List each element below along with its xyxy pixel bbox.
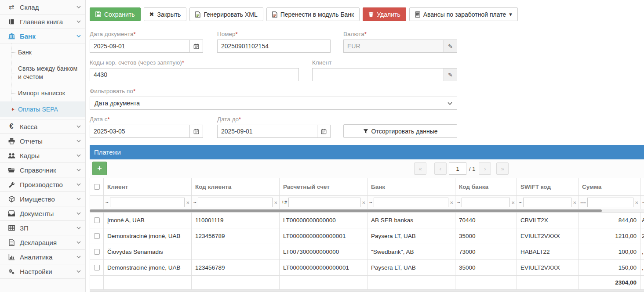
clear-filter-icon[interactable]: × [186, 199, 190, 206]
sidebar-item-glavnaya-kniga[interactable]: Главная книга [0, 14, 85, 29]
filter-operator[interactable]: ~ [518, 200, 522, 205]
calendar-icon[interactable] [317, 125, 331, 138]
payments-panel-header: Платежи [90, 145, 644, 159]
sidebar-item-nastroyki[interactable]: Настройки [0, 264, 85, 279]
clear-filter-icon[interactable]: × [572, 199, 577, 206]
date-from-input[interactable] [90, 125, 190, 138]
pencil-icon[interactable]: ✎ [444, 40, 457, 53]
filter-input-client-code[interactable] [198, 198, 273, 207]
close-button[interactable]: ✖ Закрыть [144, 7, 187, 21]
submenu-item-oplaty-sepa[interactable]: Оплаты SEPA [0, 101, 85, 118]
clear-filter-icon[interactable]: × [273, 199, 278, 206]
filter-operator[interactable]: ~ [193, 200, 197, 205]
horizontal-scrollbar[interactable] [90, 209, 644, 213]
sidebar-item-kadry[interactable]: Кадры [0, 148, 85, 163]
submenu-item-svyaz[interactable]: Связь между банком и счетом [0, 61, 85, 85]
column-header-account[interactable]: Расчетный счет [280, 178, 367, 196]
table-row[interactable]: Įmonė A, UAB 110001119 LT00000000000000 … [90, 213, 644, 228]
last-page-button[interactable]: » [496, 162, 509, 175]
transfer-to-bank-button[interactable]: Перенести в модуль Банк [266, 7, 360, 21]
filter-operator[interactable]: ~ [369, 200, 373, 205]
filter-by-select[interactable]: Дата документа [90, 97, 457, 110]
generate-xml-button-label: Генерировать XML [204, 11, 257, 18]
column-header-bank-code[interactable]: Код банка [455, 178, 517, 196]
bank-icon [6, 33, 17, 40]
filter-operator[interactable]: ~ [105, 200, 109, 205]
sidebar-item-kassa[interactable]: € Касса [0, 119, 85, 134]
column-header-amount[interactable]: Сумма [579, 178, 640, 196]
sidebar-item-dokumenty[interactable]: Документы [0, 206, 85, 221]
scrollbar-thumb[interactable] [90, 209, 602, 212]
next-page-button[interactable]: › [479, 162, 491, 175]
page-number-input[interactable] [449, 162, 466, 175]
sidebar-item-analitika[interactable]: Аналитика [0, 250, 85, 264]
clear-filter-icon[interactable]: × [361, 199, 366, 206]
corr-codes-field: Коды кор. счетов (через запятую)* [90, 59, 299, 81]
table-row[interactable]: Demonstracinė įmonė, UAB 123456789 LT000… [90, 228, 644, 244]
prev-page-button[interactable]: ‹ [434, 162, 447, 175]
sidebar-item-sklad[interactable]: ⇄ Склад [0, 0, 85, 14]
filter-operator[interactable]: == [580, 200, 586, 205]
first-page-button[interactable]: « [414, 162, 426, 175]
filter-input-account[interactable] [288, 198, 360, 207]
sidebar-item-zp[interactable]: ЗП [0, 221, 85, 235]
clear-filter-icon[interactable]: × [511, 199, 515, 206]
filter-operator[interactable]: !# [281, 200, 287, 205]
table-row[interactable]: Demonstracinė įmonė, UAB 123456789 LT000… [90, 260, 644, 276]
sidebar-item-bank[interactable]: Банк [0, 29, 85, 43]
add-payment-button[interactable]: + [92, 162, 107, 175]
filter-operator[interactable]: ~ [457, 200, 461, 205]
table-row[interactable]: Čiovydas Senamadis LT007300000000000 "Sw… [90, 244, 644, 260]
number-input[interactable] [217, 40, 331, 53]
chevron-down-icon [76, 5, 81, 9]
save-button-label: Сохранить [104, 11, 135, 18]
cell-bank: Paysera LT, UAB [367, 228, 455, 244]
date-to-input[interactable] [217, 125, 317, 138]
save-button[interactable]: Сохранить [90, 7, 141, 21]
sort-data-button[interactable]: Отсортировать данные [343, 124, 457, 138]
doc-date-field: Дата документа* [90, 31, 203, 53]
sidebar-item-label: Склад [20, 4, 39, 11]
sort-data-button-label: Отсортировать данные [371, 128, 438, 135]
required-asterisk: * [133, 88, 135, 94]
clear-filter-icon[interactable]: × [634, 199, 639, 206]
select-all-checkbox[interactable] [94, 184, 100, 190]
doc-date-input[interactable] [90, 40, 190, 53]
submenu-item-import-vypisok[interactable]: Импорт выписок [0, 85, 85, 101]
column-header-client[interactable]: Клиент [104, 178, 192, 196]
close-button-label: Закрыть [157, 11, 181, 18]
advances-dropdown-button[interactable]: Авансы по заработной плате ▾ [409, 7, 518, 21]
filter-input-client[interactable] [110, 198, 185, 207]
row-checkbox[interactable] [94, 217, 100, 223]
sidebar-item-spravochnik[interactable]: Справочник [0, 163, 85, 177]
corr-codes-input[interactable] [90, 68, 299, 81]
filter-operator[interactable]: ~ [642, 200, 644, 205]
submenu-item-label: Банк [18, 49, 32, 56]
filter-input-swift[interactable] [523, 198, 572, 207]
calendar-icon[interactable] [190, 125, 203, 138]
submenu-item-bank[interactable]: Банк [0, 44, 85, 61]
sidebar-item-imushchestvo[interactable]: Имущество [0, 192, 85, 206]
clear-filter-icon[interactable]: × [449, 199, 454, 206]
column-header-client-code[interactable]: Код клиента [192, 178, 280, 196]
pencil-icon[interactable]: ✎ [444, 68, 457, 81]
column-header-swift[interactable]: SWIFT код [517, 178, 579, 196]
sidebar-item-otchety[interactable]: Отчеты [0, 134, 85, 148]
generate-xml-button[interactable]: Генерировать XML [189, 7, 263, 21]
row-checkbox[interactable] [94, 233, 100, 239]
calendar-icon[interactable] [190, 40, 203, 53]
sidebar-item-deklaraciya[interactable]: Декларация [0, 235, 85, 250]
filter-input-bank[interactable] [374, 198, 449, 207]
filter-input-amount[interactable] [587, 198, 633, 207]
client-input[interactable] [312, 68, 444, 81]
toolbar: Сохранить ✖ Закрыть Генерировать XML Пер… [90, 7, 518, 21]
book-icon [6, 18, 17, 25]
sidebar-item-proizvodstvo[interactable]: Производство [0, 177, 85, 192]
row-checkbox[interactable] [94, 265, 100, 270]
document-icon [6, 239, 17, 246]
date-to-field: Дата до* [217, 116, 331, 138]
row-checkbox[interactable] [94, 249, 100, 255]
column-header-bank[interactable]: Банк [367, 178, 455, 196]
filter-input-bank-code[interactable] [462, 198, 510, 207]
delete-button[interactable]: Удалить [363, 7, 406, 21]
